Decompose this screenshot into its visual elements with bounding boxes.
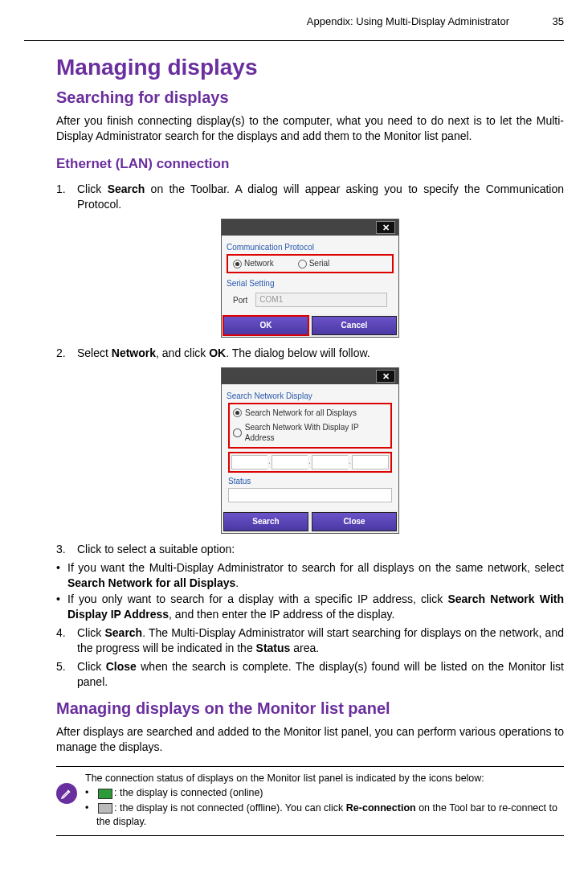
group-communication-protocol: Communication Protocol	[227, 242, 394, 253]
radio-search-all[interactable]: Search Network for all Displays	[233, 406, 387, 420]
protocol-radio-row: Network Serial	[227, 254, 394, 273]
status-label: Status	[228, 476, 392, 487]
status-online-icon	[98, 789, 112, 799]
step-1: 1. Click Search on the Toolbar. A dialog…	[56, 182, 564, 212]
heading-searching-for-displays: Searching for displays	[56, 87, 564, 109]
heading-ethernet-connection: Ethernet (LAN) connection	[56, 155, 564, 174]
ip-octet-4[interactable]	[352, 455, 389, 469]
close-icon[interactable]: ✕	[376, 221, 395, 234]
dialog-titlebar: ✕	[222, 368, 398, 384]
header-rule	[24, 40, 564, 41]
radio-search-ip[interactable]: Search Network With Display IP Address	[233, 420, 387, 445]
bullet-search-all: If you want the Multi-Display Administra…	[56, 560, 564, 591]
close-icon[interactable]: ✕	[376, 370, 395, 383]
radio-network[interactable]: Network	[233, 258, 274, 269]
step-text: Select Network, and click OK. The dialog…	[77, 346, 564, 361]
search-button[interactable]: Search	[223, 512, 308, 531]
page-number: 35	[541, 14, 564, 29]
pencil-icon	[56, 783, 77, 804]
port-row: Port COM1	[227, 290, 394, 309]
step-3: 3. Click to select a suitable option:	[56, 542, 564, 557]
note-block: The connection status of displays on the…	[56, 766, 564, 837]
ip-address-row: . . .	[228, 452, 392, 473]
step-number: 2.	[56, 346, 77, 361]
dialog-search-network-display: ✕ Search Network Display Search Network …	[221, 367, 399, 534]
note-online: : the display is connected (online)	[85, 786, 564, 800]
note-offline: : the display is not connected (offline)…	[85, 801, 564, 829]
note-intro: The connection status of displays on the…	[85, 772, 564, 785]
step-5: 5. Click Close when the search is comple…	[56, 659, 564, 690]
bullet-search-ip: If you only want to search for a display…	[56, 592, 564, 622]
step-number: 4.	[56, 625, 77, 656]
port-field[interactable]: COM1	[255, 293, 387, 307]
status-offline-icon	[98, 803, 112, 814]
dialog-communication-protocol: ✕ Communication Protocol Network Serial …	[221, 219, 399, 338]
dialog-titlebar: ✕	[222, 219, 398, 236]
intro-paragraph: After you finish connecting display(s) t…	[56, 113, 564, 144]
status-bar	[228, 488, 392, 502]
search-options-box: Search Network for all Displays Search N…	[228, 403, 392, 449]
step-number: 3.	[56, 542, 77, 557]
step-text: Click Search on the Toolbar. A dialog wi…	[77, 182, 564, 212]
ok-button[interactable]: OK	[223, 316, 308, 335]
step-number: 1.	[56, 182, 77, 212]
cancel-button[interactable]: Cancel	[312, 316, 397, 335]
step-text: Click Search. The Multi-Display Administ…	[77, 625, 564, 656]
para-monitor-list: After displays are searched and added to…	[56, 724, 564, 755]
group-search-network-display: Search Network Display	[227, 391, 394, 402]
status-area: Status	[228, 476, 392, 503]
step-text: Click to select a suitable option:	[77, 542, 564, 557]
step-number: 5.	[56, 659, 77, 690]
step-text: Click Close when the search is complete.…	[77, 659, 564, 690]
step-2: 2. Select Network, and click OK. The dia…	[56, 346, 564, 361]
ip-octet-3[interactable]	[312, 455, 348, 469]
close-button[interactable]: Close	[312, 512, 397, 531]
ip-octet-1[interactable]	[231, 455, 267, 469]
step-4: 4. Click Search. The Multi-Display Admin…	[56, 625, 564, 656]
port-label: Port	[233, 295, 247, 306]
group-serial-setting: Serial Setting	[227, 278, 394, 289]
header-section: Appendix: Using Multi-Display Administra…	[307, 14, 509, 29]
radio-serial[interactable]: Serial	[298, 258, 330, 269]
heading-managing-displays: Managing displays	[56, 52, 564, 83]
ip-octet-2[interactable]	[272, 455, 308, 469]
heading-managing-on-monitor-list: Managing displays on the Monitor list pa…	[56, 698, 564, 719]
